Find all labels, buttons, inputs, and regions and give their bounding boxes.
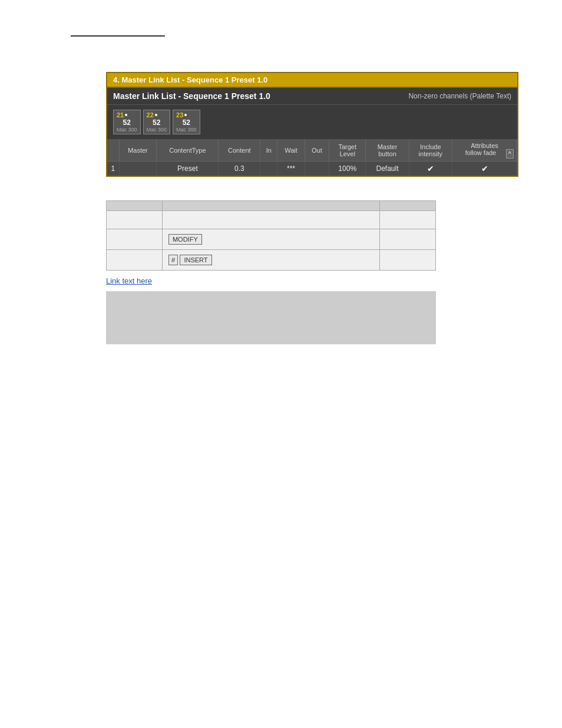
ref-cell-3-1 <box>107 250 163 271</box>
col-header-num <box>107 140 119 162</box>
ref-col-header-2 <box>162 201 379 211</box>
col-header-wait: Wait <box>277 140 305 162</box>
modify-button[interactable]: MODIFY <box>168 234 202 245</box>
ref-row-2: MODIFY <box>107 229 436 250</box>
fixture-card-2: 22 52 Mac 300 <box>143 110 171 134</box>
ref-cell-2-2: MODIFY <box>162 229 379 250</box>
row-num: 1 <box>107 162 119 176</box>
fixtures-row: 21 52 Mac 300 22 52 Mac 300 23 <box>107 105 517 140</box>
scroll-up-btn[interactable]: ^ <box>506 149 514 159</box>
fixture-val-3: 52 <box>176 118 197 127</box>
fixture-type-1: Mac 300 <box>117 127 137 133</box>
ref-col-header-1 <box>107 201 163 211</box>
col-header-master-button: Masterbutton <box>366 140 409 162</box>
fixture-num-1: 21 <box>117 111 137 118</box>
window-titlebar: 4. Master Link List - Sequence 1 Preset … <box>106 72 518 87</box>
col-header-in: In <box>260 140 277 162</box>
row-target-level: 100% <box>329 162 366 176</box>
info-box <box>106 291 436 344</box>
col-header-target-level: TargetLevel <box>329 140 366 162</box>
ref-col-header-3 <box>380 201 436 211</box>
ref-cell-1-2 <box>162 211 379 229</box>
section-divider <box>71 35 165 37</box>
row-master <box>119 162 157 176</box>
fixture-card-3: 23 52 Mac 300 <box>173 110 200 134</box>
col-header-content: Content <box>219 140 260 162</box>
window-header-row: Master Link List - Sequence 1 Preset 1.0… <box>107 88 517 105</box>
col-header-out: Out <box>305 140 329 162</box>
row-content: 0.3 <box>219 162 260 176</box>
fixture-val-1: 52 <box>117 118 137 127</box>
link-text[interactable]: Link text here <box>106 276 491 285</box>
inner-table: Master ContentType Content In Wait Out T… <box>107 140 517 176</box>
row-out <box>305 162 329 176</box>
fixture-num-2: 22 <box>147 111 167 118</box>
row-content-type: Preset <box>157 162 219 176</box>
fixture-card-1: 21 52 Mac 300 <box>113 110 141 134</box>
window-title: 4. Master Link List - Sequence 1 Preset … <box>113 75 267 84</box>
col-header-include-intensity: Includeintensity <box>409 140 452 162</box>
fixture-type-2: Mac 300 <box>147 127 167 133</box>
col-header-contenttype: ContentType <box>157 140 219 162</box>
fixture-num-3: 23 <box>176 111 197 118</box>
ref-cell-3-3 <box>380 250 436 271</box>
fixture-val-2: 52 <box>147 118 167 127</box>
window-header-title: Master Link List - Sequence 1 Preset 1.0 <box>113 91 270 101</box>
insert-button[interactable]: INSERT <box>180 255 211 265</box>
window-header-info: Non-zero channels (Palette Text) <box>408 92 511 100</box>
row-include-intensity: ✔ <box>409 162 452 176</box>
ref-cell-2-1 <box>107 229 163 250</box>
col-header-master: Master <box>119 140 157 162</box>
ref-row-3: # INSERT <box>107 250 436 271</box>
ref-cell-2-3 <box>380 229 436 250</box>
row-attributes-follow-fade: ✔ <box>452 162 517 176</box>
ref-cell-1-1 <box>107 211 163 229</box>
fixture-type-3: Mac 300 <box>176 127 197 133</box>
row-wait: *** <box>277 162 305 176</box>
fixture-dot-2 <box>155 114 157 116</box>
main-window: 4. Master Link List - Sequence 1 Preset … <box>106 72 518 177</box>
fixture-dot-3 <box>184 114 187 116</box>
window-body: Master Link List - Sequence 1 Preset 1.0… <box>106 87 518 177</box>
hash-button[interactable]: # <box>168 255 178 265</box>
ref-cell-1-3 <box>380 211 436 229</box>
table-row: 1 Preset 0.3 *** 100% Default ✔ ✔ <box>107 162 517 176</box>
ref-cell-3-2: # INSERT <box>162 250 379 271</box>
fixture-dot <box>125 114 127 116</box>
col-header-attributes-follow-fade: Attributesfollow fade ^ <box>452 140 517 162</box>
row-in <box>260 162 277 176</box>
ref-row-1 <box>107 211 436 229</box>
ref-table: MODIFY # INSERT <box>106 200 436 271</box>
row-master-button: Default <box>366 162 409 176</box>
